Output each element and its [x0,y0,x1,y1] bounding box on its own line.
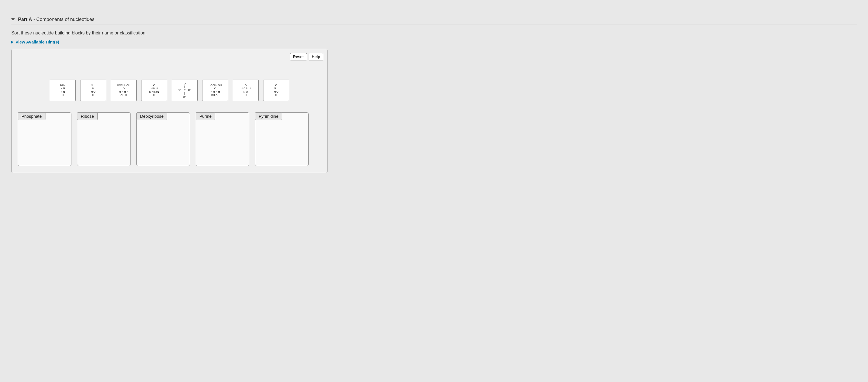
part-header: Part A - Components of nucleotides [11,14,857,25]
reset-button[interactable]: Reset [290,53,307,60]
bin-label-phosphate: Phosphate [18,113,45,120]
action-buttons: Reset Help [290,53,323,60]
part-label-bold: Part A [18,17,32,22]
item-cytosine[interactable]: NH₂ N N O H [80,79,106,101]
item-uracil[interactable]: O N H N O H [263,79,289,101]
instructions-text: Sort these nucleotide building blocks by… [11,31,857,36]
expand-icon [11,41,13,43]
help-button[interactable]: Help [309,53,323,60]
draggable-items-row: NH₂ N N N N H NH₂ N N O H HOCH₂ OH O H H… [17,79,322,101]
bin-purine[interactable]: Purine [196,113,249,166]
item-adenine[interactable]: NH₂ N N N N H [50,79,76,101]
bin-phosphate[interactable]: Phosphate [18,113,71,166]
item-guanine[interactable]: O N N H N N NH₂ H [141,79,167,101]
hints-label: View Available Hint(s) [16,39,59,44]
item-ribose[interactable]: HOCH₂ OH O H H H H OH OH [202,79,228,101]
item-phosphate[interactable]: O ‖ ⁻O—P—O⁻ | O⁻ [172,79,198,101]
top-divider [11,6,857,6]
view-hints-link[interactable]: View Available Hint(s) [11,39,857,44]
bin-label-ribose: Ribose [77,113,98,120]
sort-activity-panel: Reset Help NH₂ N N N N H NH₂ N N O H HOC… [11,49,328,173]
item-deoxyribose[interactable]: HOCH₂ OH O H H H H OH H [111,79,137,101]
bin-ribose[interactable]: Ribose [77,113,131,166]
item-thymine[interactable]: O H₃C N H N O H [233,79,259,101]
part-title: Part A - Components of nucleotides [18,17,95,22]
bin-pyrimidine[interactable]: Pyrimidine [255,113,309,166]
bin-label-deoxyribose: Deoxyribose [136,113,167,120]
bin-deoxyribose[interactable]: Deoxyribose [136,113,190,166]
bin-label-purine: Purine [196,113,215,120]
part-label-rest: - Components of nucleotides [32,17,94,22]
bin-label-pyrimidine: Pyrimidine [255,113,282,120]
drop-bins-row: Phosphate Ribose Deoxyribose Purine Pyri… [17,113,322,166]
collapse-icon[interactable] [11,18,15,21]
